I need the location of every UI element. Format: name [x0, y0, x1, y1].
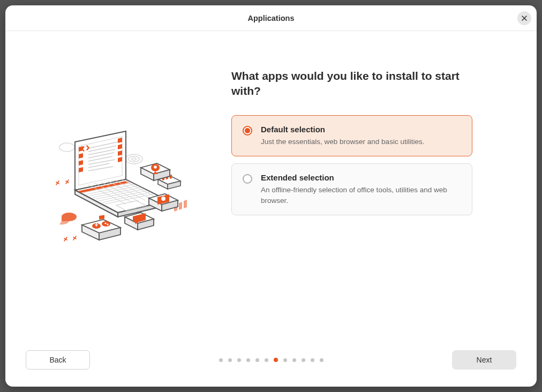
svg-point-5 — [154, 165, 157, 169]
pager-dot — [292, 358, 296, 362]
svg-point-6 — [161, 197, 165, 201]
svg-point-3 — [132, 158, 136, 160]
svg-rect-9 — [99, 215, 104, 220]
close-icon — [521, 15, 528, 21]
svg-point-11 — [107, 223, 108, 225]
option-description: An offline-friendly selection of office … — [261, 185, 461, 206]
question-heading: What apps would you like to install to s… — [231, 69, 467, 99]
svg-point-2 — [129, 156, 139, 162]
radio-selected-icon — [243, 126, 252, 135]
laptop-apps-illustration — [46, 120, 195, 254]
close-button[interactable] — [517, 11, 531, 25]
pager-dot — [311, 358, 314, 362]
svg-point-10 — [104, 222, 106, 224]
pager-dot — [283, 358, 287, 362]
option-default-selection[interactable]: Default selection Just the essentials, w… — [231, 115, 472, 157]
radio-unselected-icon — [243, 174, 252, 184]
titlebar: Applications — [5, 5, 537, 31]
option-body: Default selection Just the essentials, w… — [261, 125, 461, 147]
pager-dot — [265, 358, 268, 362]
pager-dot — [228, 358, 232, 362]
step-pager — [219, 358, 323, 362]
option-extended-selection[interactable]: Extended selection An offline-friendly s… — [231, 163, 472, 215]
pager-dot — [255, 358, 259, 362]
pager-dot — [274, 358, 278, 362]
pager-dot — [320, 358, 323, 362]
pager-dot — [237, 358, 241, 362]
options-pane: What apps would you like to install to s… — [225, 31, 537, 344]
page-title: Applications — [247, 14, 294, 22]
option-title: Default selection — [261, 125, 461, 134]
pager-dot — [219, 358, 223, 362]
content-area: What apps would you like to install to s… — [5, 31, 537, 344]
option-body: Extended selection An offline-friendly s… — [261, 173, 461, 206]
svg-point-0 — [59, 143, 74, 152]
footer: Back Next — [5, 344, 537, 387]
pager-dot — [246, 358, 250, 362]
illustration-pane — [5, 31, 225, 344]
back-button[interactable]: Back — [26, 350, 90, 370]
installer-window: Applications — [5, 5, 537, 387]
option-title: Extended selection — [261, 173, 461, 182]
option-description: Just the essentials, web browser and bas… — [261, 137, 461, 147]
next-button[interactable]: Next — [452, 350, 516, 370]
pager-dot — [302, 358, 305, 362]
